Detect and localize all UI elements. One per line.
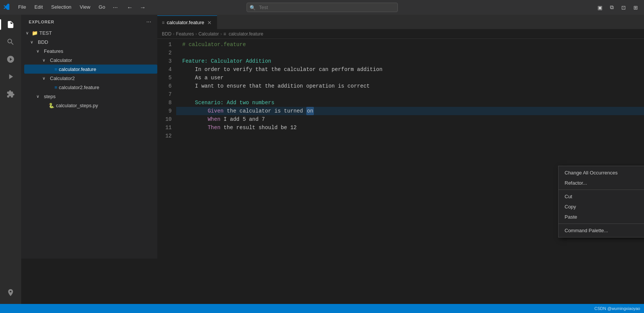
menu-edit[interactable]: Edit bbox=[31, 3, 47, 12]
activity-git[interactable] bbox=[2, 51, 19, 68]
tree-item-test[interactable]: ∨ 📁 TEST bbox=[24, 28, 157, 37]
tree-label: steps bbox=[44, 94, 56, 99]
chevron-icon: ∨ bbox=[36, 49, 42, 54]
tree-label: Features bbox=[44, 48, 63, 54]
tree-item-calculator[interactable]: ∨ Calculator bbox=[24, 56, 157, 65]
activity-run[interactable] bbox=[2, 68, 19, 85]
code-line-7 bbox=[176, 90, 644, 99]
code-line-12 bbox=[176, 132, 644, 140]
chevron-icon: ∨ bbox=[42, 58, 48, 63]
menu-go[interactable]: Go bbox=[95, 3, 109, 12]
context-item-label: Copy bbox=[565, 204, 576, 210]
breadcrumb: BDD › Features › Calculator › ≡ calculat… bbox=[157, 29, 644, 39]
sidebar-header: EXPLORER ··· bbox=[21, 15, 157, 28]
tab-label: calculator.feature bbox=[167, 20, 204, 25]
file-tree: ∨ 📁 TEST ∨ BDD ∨ Features ∨ Calculator bbox=[21, 28, 157, 259]
tab-calc-feature[interactable]: ≡ calculator.feature ✕ bbox=[157, 15, 217, 29]
context-refactor[interactable]: Refactor... Ctrl+Shift+R bbox=[559, 178, 644, 188]
spacer bbox=[48, 67, 54, 71]
tree-label: Calculator bbox=[50, 57, 72, 63]
chevron-icon: ∨ bbox=[26, 31, 32, 35]
breadcrumb-file[interactable]: calculator.feature bbox=[229, 31, 263, 37]
breadcrumb-sep-2: › bbox=[196, 31, 197, 37]
folder-icon: 📁 bbox=[32, 30, 38, 36]
spacer bbox=[42, 103, 48, 108]
sidebar-more-btn[interactable]: ··· bbox=[146, 19, 151, 25]
breadcrumb-calculator[interactable]: Calculator bbox=[199, 31, 219, 37]
context-paste[interactable]: Paste Ctrl+V bbox=[559, 212, 644, 222]
tree-item-calculator2[interactable]: ∨ Calculator2 bbox=[24, 74, 157, 83]
nav-back[interactable]: ← bbox=[124, 3, 135, 12]
chevron-icon: ∨ bbox=[36, 94, 42, 99]
statusbar-credit: CSDN @wumingxiaoyao bbox=[594, 306, 640, 311]
tree-item-steps[interactable]: ∨ steps bbox=[24, 92, 157, 101]
sidebar: EXPLORER ··· ∨ 📁 TEST ∨ BDD ∨ Features bbox=[21, 15, 157, 304]
breadcrumb-bdd[interactable]: BDD bbox=[162, 31, 171, 37]
context-command-palette[interactable]: Command Palette... Ctrl+Shift+P bbox=[559, 225, 644, 236]
tab-close-btn[interactable]: ✕ bbox=[206, 20, 213, 26]
context-menu: Change All Occurrences Ctrl+F2 Refactor.… bbox=[558, 166, 644, 237]
breadcrumb-sep-1: › bbox=[173, 31, 174, 37]
menu-view[interactable]: View bbox=[76, 3, 94, 12]
activity-explorer[interactable] bbox=[2, 16, 19, 33]
breadcrumb-sep-3: › bbox=[220, 31, 222, 37]
status-bar: CSDN @wumingxiaoyao bbox=[0, 304, 644, 313]
tree-item-features[interactable]: ∨ Features bbox=[24, 46, 157, 56]
spacer bbox=[48, 85, 54, 89]
code-line-1: # calculator.feature bbox=[176, 40, 644, 49]
layout-btn-1[interactable]: ▣ bbox=[594, 3, 605, 12]
context-item-label: Change All Occurrences bbox=[565, 170, 618, 176]
nav-forward[interactable]: → bbox=[137, 3, 148, 12]
vscode-logo bbox=[3, 3, 10, 12]
chevron-icon: ∨ bbox=[42, 76, 48, 81]
sidebar-title: EXPLORER bbox=[29, 20, 54, 24]
context-item-label: Paste bbox=[565, 214, 577, 220]
tree-item-calc2-feature[interactable]: ≡ calculator2.feature bbox=[24, 83, 157, 92]
tree-label: TEST bbox=[39, 30, 52, 36]
line-numbers: 1 2 3 4 5 6 7 8 9 10 11 12 bbox=[157, 39, 176, 304]
tree-label: Calculator2 bbox=[50, 76, 75, 81]
code-line-5: As a user bbox=[176, 74, 644, 82]
code-line-3: Feature: Calculator Addition bbox=[176, 57, 644, 65]
breadcrumb-file-icon: ≡ bbox=[223, 31, 226, 37]
search-input[interactable] bbox=[247, 3, 398, 12]
activity-search[interactable] bbox=[2, 34, 19, 50]
tree-item-calc-feature[interactable]: ≡ calculator.feature bbox=[24, 65, 157, 74]
tree-label: calculator.feature bbox=[59, 66, 96, 72]
code-line-4: In order to verify that the calculator c… bbox=[176, 65, 644, 74]
sidebar-bottom-panel bbox=[21, 259, 157, 304]
breadcrumb-features[interactable]: Features bbox=[176, 31, 194, 37]
context-item-label: Command Palette... bbox=[565, 228, 608, 233]
menu-more[interactable]: ··· bbox=[110, 3, 121, 12]
python-icon: 🐍 bbox=[48, 103, 54, 108]
code-line-11: Then the result should be 12 bbox=[176, 123, 644, 132]
tree-label: calculator2.feature bbox=[59, 85, 99, 90]
window-controls: ▣ ⧉ ⊡ ⊞ bbox=[594, 3, 641, 12]
context-item-label: Cut bbox=[565, 194, 572, 199]
tree-label: calculator_steps.py bbox=[56, 103, 98, 108]
code-line-9: Given the calculator is turned on bbox=[176, 107, 644, 115]
editor-area: ≡ calculator.feature ✕ BDD › Features › … bbox=[157, 15, 644, 304]
tree-label: BDD bbox=[38, 39, 48, 45]
activity-bar bbox=[0, 15, 21, 304]
main-area: EXPLORER ··· ∨ 📁 TEST ∨ BDD ∨ Features bbox=[0, 15, 644, 304]
tab-bar: ≡ calculator.feature ✕ bbox=[157, 15, 644, 29]
layout-btn-2[interactable]: ⧉ bbox=[607, 3, 617, 12]
layout-btn-4[interactable]: ⊞ bbox=[630, 3, 641, 12]
tree-item-bdd[interactable]: ∨ BDD bbox=[24, 37, 157, 46]
chevron-icon: ∨ bbox=[30, 40, 36, 45]
menu-file[interactable]: File bbox=[14, 3, 30, 12]
gherkin-icon: ≡ bbox=[54, 66, 57, 72]
layout-btn-3[interactable]: ⊡ bbox=[618, 3, 629, 12]
gherkin-icon: ≡ bbox=[54, 85, 57, 90]
context-copy[interactable]: Copy Ctrl+C bbox=[559, 202, 644, 212]
context-separator-2 bbox=[559, 224, 644, 224]
activity-extensions[interactable] bbox=[2, 86, 19, 102]
context-item-label: Refactor... bbox=[565, 180, 587, 186]
menu-selection[interactable]: Selection bbox=[47, 3, 75, 12]
activity-remote[interactable] bbox=[2, 284, 19, 301]
tree-item-calc-steps[interactable]: 🐍 calculator_steps.py bbox=[24, 101, 157, 110]
search-icon: 🔍 bbox=[250, 5, 256, 10]
context-change-all[interactable]: Change All Occurrences Ctrl+F2 bbox=[559, 168, 644, 178]
context-cut[interactable]: Cut Ctrl+X bbox=[559, 191, 644, 202]
